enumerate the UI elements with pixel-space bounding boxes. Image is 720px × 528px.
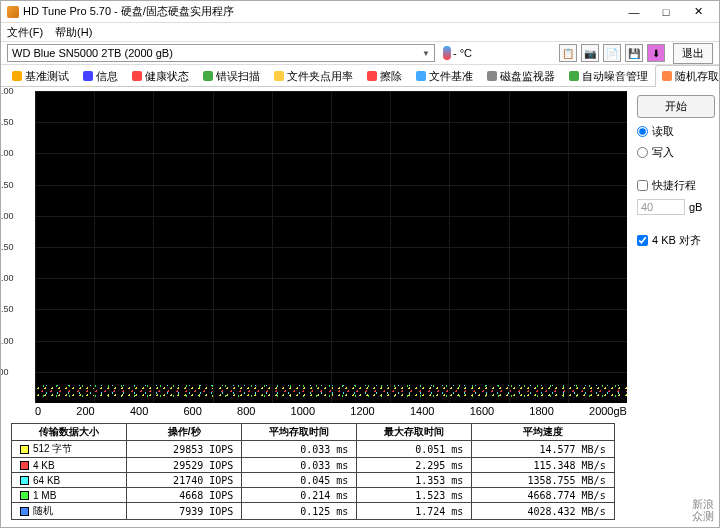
- start-button[interactable]: 开始: [637, 95, 715, 118]
- monitor-icon: [487, 71, 497, 81]
- side-panel: 开始 读取 写入 快捷行程 40 gB 4 KB 对齐: [633, 87, 719, 527]
- app-icon: [7, 6, 19, 18]
- table-row: 1 MB4668 IOPS0.214 ms1.523 ms4668.774 MB…: [12, 488, 615, 503]
- toolbar: WD Blue SN5000 2TB (2000 gB) ▼ - °C 📋 📷 …: [1, 41, 719, 65]
- read-radio[interactable]: 读取: [637, 124, 715, 139]
- tab-errorscan[interactable]: 错误扫描: [196, 65, 267, 87]
- chevron-down-icon: ▼: [422, 49, 430, 58]
- table-row: 512 字节29853 IOPS0.033 ms0.051 ms14.577 M…: [12, 441, 615, 458]
- table-row: 4 KB29529 IOPS0.033 ms2.295 ms115.348 MB…: [12, 458, 615, 473]
- write-radio[interactable]: 写入: [637, 145, 715, 160]
- health-icon: [132, 71, 142, 81]
- thermometer-icon: [443, 46, 451, 60]
- window-title: HD Tune Pro 5.70 - 硬盘/固态硬盘实用程序: [23, 4, 619, 19]
- random-icon: [662, 71, 672, 81]
- menu-help[interactable]: 帮助(H): [55, 25, 92, 40]
- drive-select[interactable]: WD Blue SN5000 2TB (2000 gB) ▼: [7, 44, 435, 62]
- settings-icon[interactable]: ⬇: [647, 44, 665, 62]
- drive-label: WD Blue SN5000 2TB (2000 gB): [12, 47, 173, 59]
- tab-benchmark[interactable]: 基准测试: [5, 65, 76, 87]
- screenshot-icon[interactable]: 📷: [581, 44, 599, 62]
- temperature: - °C: [439, 46, 476, 60]
- tab-folderusage[interactable]: 文件夹点用率: [267, 65, 360, 87]
- copy-icon[interactable]: 📋: [559, 44, 577, 62]
- aam-icon: [569, 71, 579, 81]
- tab-erase[interactable]: 擦除: [360, 65, 409, 87]
- close-button[interactable]: ✕: [683, 3, 713, 21]
- bolt-icon: [12, 71, 22, 81]
- tab-diskmon[interactable]: 磁盘监视器: [480, 65, 562, 87]
- table-row: 随机7939 IOPS0.125 ms1.724 ms4028.432 MB/s: [12, 503, 615, 520]
- quick-check[interactable]: 快捷行程: [637, 178, 715, 193]
- tab-info[interactable]: 信息: [76, 65, 125, 87]
- align-check[interactable]: 4 KB 对齐: [637, 233, 715, 248]
- save-icon[interactable]: 💾: [625, 44, 643, 62]
- minimize-button[interactable]: —: [619, 3, 649, 21]
- tab-random[interactable]: 随机存取: [655, 65, 720, 87]
- results-table: 传输数据大小 操作/秒 平均存取时间 最大存取时间 平均速度 512 字节298…: [11, 423, 627, 520]
- copy2-icon[interactable]: 📄: [603, 44, 621, 62]
- erase-icon: [367, 71, 377, 81]
- tab-health[interactable]: 健康状态: [125, 65, 196, 87]
- info-icon: [83, 71, 93, 81]
- tab-filebench[interactable]: 文件基准: [409, 65, 480, 87]
- folder-icon: [274, 71, 284, 81]
- tab-aam[interactable]: 自动噪音管理: [562, 65, 655, 87]
- watermark: 新浪众测: [692, 498, 714, 522]
- scan-icon: [203, 71, 213, 81]
- chart: ms 0.5001.001.502.002.503.003.504.004.50…: [7, 91, 627, 417]
- menubar: 文件(F) 帮助(H): [1, 23, 719, 41]
- titlebar: HD Tune Pro 5.70 - 硬盘/固态硬盘实用程序 — □ ✕: [1, 1, 719, 23]
- file-icon: [416, 71, 426, 81]
- menu-file[interactable]: 文件(F): [7, 25, 43, 40]
- maximize-button[interactable]: □: [651, 3, 681, 21]
- tabs: 基准测试 信息 健康状态 错误扫描 文件夹点用率 擦除 文件基准 磁盘监视器 自…: [1, 65, 719, 87]
- exit-button[interactable]: 退出: [673, 43, 713, 64]
- size-input[interactable]: 40: [637, 199, 685, 215]
- table-row: 64 KB21740 IOPS0.045 ms1.353 ms1358.755 …: [12, 473, 615, 488]
